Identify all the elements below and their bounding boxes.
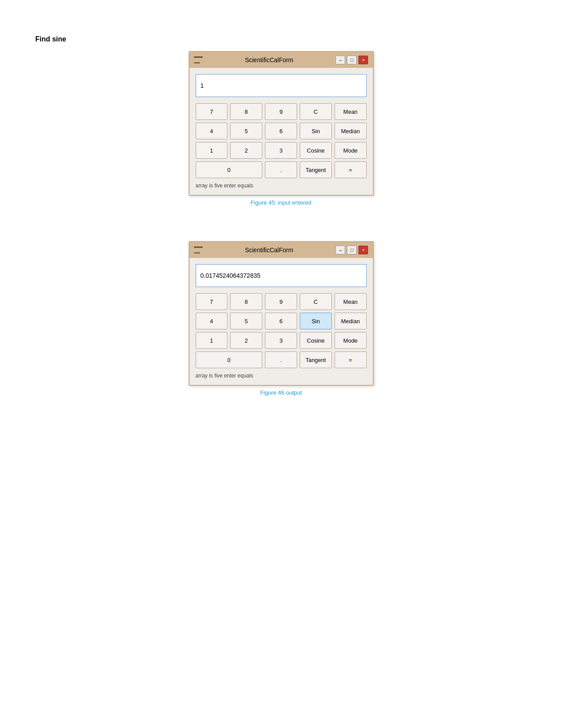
btn-mode[interactable]: Mode: [335, 142, 367, 159]
btn-7[interactable]: 7: [196, 293, 228, 310]
btn-tangent[interactable]: Tangent: [300, 161, 332, 178]
btn-c[interactable]: C: [300, 103, 332, 120]
titlebar: ScientificCalForm – □ ×: [190, 52, 373, 68]
display: 1: [196, 74, 367, 97]
btn-mean[interactable]: Mean: [335, 103, 367, 120]
btn-sin[interactable]: Sin: [300, 123, 332, 139]
btn-2[interactable]: 2: [230, 332, 262, 349]
section-title: Find sine: [35, 35, 527, 43]
status-text: array is five enter equals: [196, 373, 367, 379]
btn-5[interactable]: 5: [230, 313, 262, 329]
calc-window: ScientificCalForm – □ × 1 789CMean456Sin…: [189, 51, 374, 196]
calc-body: 0.0174524064372835 789CMean456SinMedian1…: [190, 258, 373, 385]
btn-median[interactable]: Median: [335, 313, 367, 329]
btn-2[interactable]: 2: [230, 142, 262, 159]
maximize-button[interactable]: □: [347, 246, 357, 254]
btn-c[interactable]: C: [300, 293, 332, 310]
button-grid: 789CMean456SinMedian123CosineMode0.Tange…: [196, 103, 367, 178]
figure-caption: Figure 46 output: [260, 389, 302, 396]
btn-0[interactable]: 0: [196, 351, 263, 368]
btn-5[interactable]: 5: [230, 123, 262, 139]
figure-caption: Figure 45: input entered: [250, 199, 311, 206]
btn-8[interactable]: 8: [230, 103, 262, 120]
close-button[interactable]: ×: [358, 246, 368, 254]
maximize-button[interactable]: □: [347, 56, 357, 64]
titlebar: ScientificCalForm – □ ×: [190, 242, 373, 258]
btn-=[interactable]: =: [335, 351, 367, 368]
btn-mode[interactable]: Mode: [335, 332, 367, 349]
btn-=[interactable]: =: [335, 161, 367, 178]
calc-body: 1 789CMean456SinMedian123CosineMode0.Tan…: [190, 68, 373, 195]
btn-median[interactable]: Median: [335, 123, 367, 139]
btn-9[interactable]: 9: [265, 103, 297, 120]
titlebar-controls: – □ ×: [335, 56, 368, 64]
display: 0.0174524064372835: [196, 264, 367, 287]
btn-3[interactable]: 3: [265, 142, 297, 159]
btn-4[interactable]: 4: [196, 123, 228, 139]
calculator-2: ScientificCalForm – □ × 0.01745240643728…: [35, 241, 527, 409]
btn-7[interactable]: 7: [196, 103, 228, 120]
btn-.[interactable]: .: [265, 351, 297, 368]
titlebar-title: ScientificCalForm: [245, 56, 294, 63]
titlebar-icon: [194, 56, 203, 63]
minimize-button[interactable]: –: [335, 56, 345, 64]
btn-1[interactable]: 1: [196, 332, 228, 349]
btn-6[interactable]: 6: [265, 123, 297, 139]
close-button[interactable]: ×: [358, 56, 368, 64]
calc-window: ScientificCalForm – □ × 0.01745240643728…: [189, 241, 374, 386]
btn-mean[interactable]: Mean: [335, 293, 367, 310]
btn-sin[interactable]: Sin: [300, 313, 332, 329]
btn-cosine[interactable]: Cosine: [300, 142, 332, 159]
status-text: array is five enter equals: [196, 183, 367, 189]
titlebar-icon: [194, 246, 203, 254]
btn-9[interactable]: 9: [265, 293, 297, 310]
minimize-button[interactable]: –: [335, 246, 345, 254]
button-grid: 789CMean456SinMedian123CosineMode0.Tange…: [196, 293, 367, 368]
btn-4[interactable]: 4: [196, 313, 228, 329]
calculator-1: ScientificCalForm – □ × 1 789CMean456Sin…: [35, 51, 527, 219]
titlebar-title: ScientificCalForm: [245, 246, 294, 254]
btn-8[interactable]: 8: [230, 293, 262, 310]
btn-6[interactable]: 6: [265, 313, 297, 329]
btn-tangent[interactable]: Tangent: [300, 351, 332, 368]
btn-cosine[interactable]: Cosine: [300, 332, 332, 349]
btn-.[interactable]: .: [265, 161, 297, 178]
titlebar-controls: – □ ×: [335, 246, 368, 254]
btn-1[interactable]: 1: [196, 142, 228, 159]
btn-3[interactable]: 3: [265, 332, 297, 349]
btn-0[interactable]: 0: [196, 161, 263, 178]
